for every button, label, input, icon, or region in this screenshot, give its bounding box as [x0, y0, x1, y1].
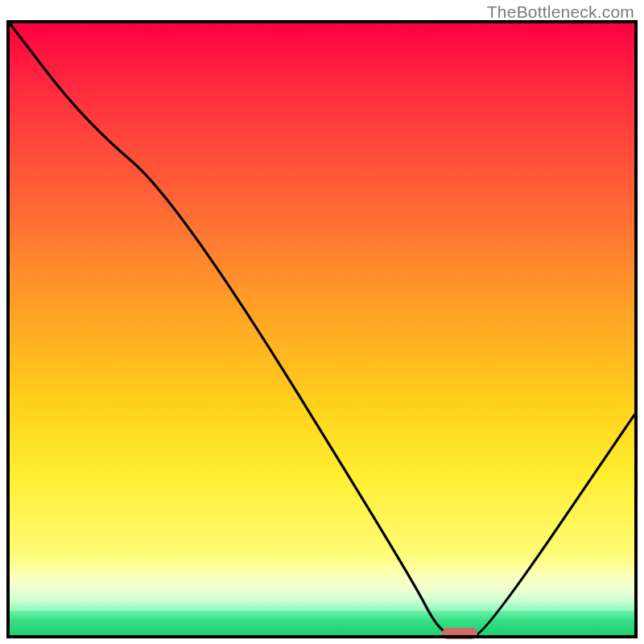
gradient-band-red-yellow	[10, 23, 634, 555]
chart-frame-bottom	[6, 635, 638, 638]
chart-background-gradient	[10, 23, 634, 635]
watermark-text: TheBottleneck.com	[487, 2, 634, 22]
chart-frame-right	[634, 20, 638, 638]
gradient-band-pale	[10, 555, 634, 611]
chart-stage: TheBottleneck.com	[0, 0, 644, 644]
chart-frame-left	[6, 20, 10, 638]
chart-frame-top	[6, 20, 638, 23]
gradient-band-green	[10, 611, 634, 635]
